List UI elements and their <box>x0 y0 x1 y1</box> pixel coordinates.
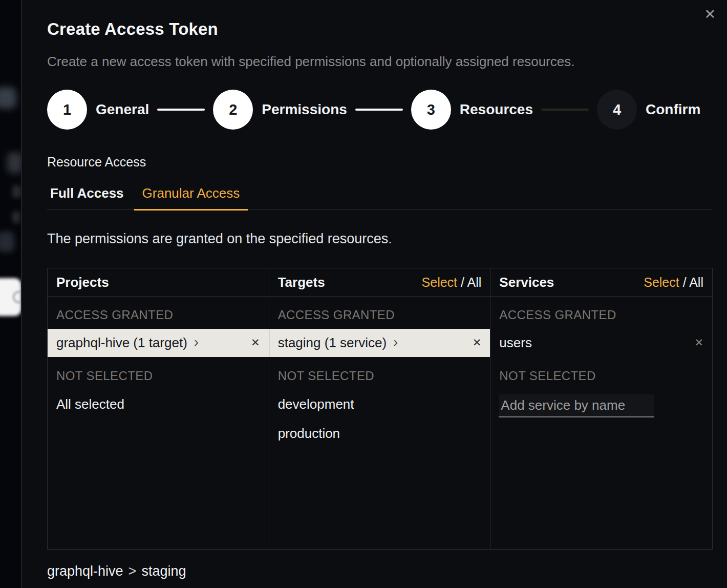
remove-project-icon[interactable]: ✕ <box>251 338 260 348</box>
tab-granular-access[interactable]: Granular Access <box>134 182 248 211</box>
select-link[interactable]: Select <box>644 275 679 289</box>
resource-selector-table: Projects ACCESS GRANTED graphql-hive (1 … <box>47 268 713 550</box>
not-selected-label: NOT SELECTED <box>490 357 712 390</box>
granted-service-row[interactable]: users ✕ <box>490 329 712 357</box>
targets-column: Targets Select / All ACCESS GRANTED stag… <box>269 268 491 549</box>
create-access-token-modal: ✕ Create Access Token Create a new acces… <box>21 0 727 588</box>
tab-full-access[interactable]: Full Access <box>47 182 134 211</box>
permissions-note: The permissions are granted on the speci… <box>47 231 713 247</box>
chevron-right-icon: › <box>194 335 199 349</box>
column-title: Services <box>499 275 554 290</box>
background-blur-shape <box>7 153 21 173</box>
resource-access-heading: Resource Access <box>47 155 713 170</box>
select-all-separator: / <box>461 275 464 289</box>
step-label: Resources <box>460 101 533 118</box>
background-blur-shape <box>0 87 16 109</box>
target-list-item[interactable]: production <box>269 419 490 448</box>
services-column: Services Select / All ACCESS GRANTED use… <box>490 268 712 549</box>
step-connector-inactive <box>541 109 589 111</box>
remove-service-icon[interactable]: ✕ <box>694 338 703 348</box>
select-link[interactable]: Select <box>422 275 457 289</box>
breadcrumb-separator: > <box>129 563 137 579</box>
granted-project-label: graphql-hive (1 target) <box>56 335 187 351</box>
access-granted-label: ACCESS GRANTED <box>48 297 269 329</box>
access-granted-label: ACCESS GRANTED <box>269 297 490 329</box>
step-label: Permissions <box>262 101 347 118</box>
granted-target-label: staging (1 service) <box>278 335 387 351</box>
projects-column: Projects ACCESS GRANTED graphql-hive (1 … <box>48 268 269 549</box>
step-number-circle: 1 <box>47 90 87 130</box>
project-list-item[interactable]: All selected <box>48 390 269 419</box>
step-general[interactable]: 1 General <box>47 90 149 130</box>
step-resources[interactable]: 3 Resources <box>411 90 533 130</box>
modal-description: Create a new access token with specified… <box>47 54 713 70</box>
step-connector <box>355 109 403 111</box>
access-mode-tabs: Full Access Granular Access <box>47 182 713 210</box>
column-title: Targets <box>278 275 325 290</box>
target-list-item[interactable]: development <box>269 390 490 419</box>
modal-title: Create Access Token <box>47 19 713 39</box>
all-link[interactable]: All <box>689 275 703 289</box>
background-page-glimpse <box>0 0 21 588</box>
step-number-circle: 3 <box>411 90 451 130</box>
column-title: Projects <box>56 275 109 290</box>
background-blur-shape <box>12 185 21 198</box>
remove-target-icon[interactable]: ✕ <box>473 338 482 348</box>
step-label: General <box>96 101 149 118</box>
targets-column-header: Targets Select / All <box>269 268 490 297</box>
step-confirm[interactable]: 4 Confirm <box>597 90 700 130</box>
access-granted-label: ACCESS GRANTED <box>490 297 712 329</box>
services-select-all: Select / All <box>644 275 703 290</box>
granted-service-label: users <box>499 335 532 351</box>
targets-select-all: Select / All <box>422 275 482 290</box>
not-selected-label: NOT SELECTED <box>269 357 490 390</box>
all-link[interactable]: All <box>467 275 482 289</box>
breadcrumb: graphql-hive > staging <box>47 563 713 579</box>
breadcrumb-project[interactable]: graphql-hive <box>47 563 123 579</box>
services-column-header: Services Select / All <box>490 268 712 297</box>
add-service-input[interactable] <box>499 394 654 417</box>
step-number-circle: 2 <box>213 90 253 130</box>
granted-project-row[interactable]: graphql-hive (1 target) › ✕ <box>48 329 269 357</box>
select-all-separator: / <box>683 275 687 289</box>
close-icon[interactable]: ✕ <box>704 7 716 21</box>
step-connector <box>157 109 205 111</box>
background-blur-shape <box>0 232 14 252</box>
chevron-right-icon: › <box>393 335 398 349</box>
projects-column-header: Projects <box>48 268 269 297</box>
step-number-circle: 4 <box>597 90 637 130</box>
step-permissions[interactable]: 2 Permissions <box>213 90 347 130</box>
wizard-stepper: 1 General 2 Permissions 3 Resources 4 Co… <box>47 90 713 130</box>
breadcrumb-target[interactable]: staging <box>141 563 186 579</box>
background-blur-shape <box>12 211 20 223</box>
not-selected-label: NOT SELECTED <box>48 357 269 390</box>
step-label: Confirm <box>646 101 700 118</box>
granted-target-row[interactable]: staging (1 service) › ✕ <box>269 329 490 357</box>
